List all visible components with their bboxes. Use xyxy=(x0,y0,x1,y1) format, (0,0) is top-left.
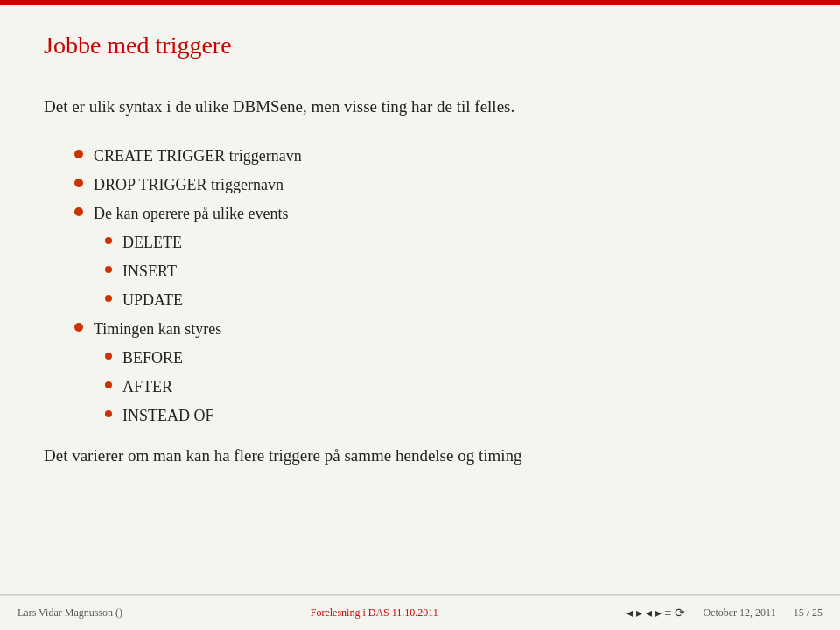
footer-page: 15 / 25 xyxy=(794,606,822,620)
list-item: DELETE xyxy=(105,231,796,255)
list-item: CREATE TRIGGER triggernavn xyxy=(74,144,796,168)
bullet-text: CREATE TRIGGER triggernavn xyxy=(94,144,302,168)
footer-date: October 12, 2011 xyxy=(703,606,775,620)
footer: Lars Vidar Magnusson () Forelesning i DA… xyxy=(0,595,840,630)
list-item: UPDATE xyxy=(105,289,796,312)
bullet-icon xyxy=(74,178,83,187)
list-item: INSERT xyxy=(105,260,796,284)
nav-next2-icon[interactable]: ▸ xyxy=(655,606,662,620)
footer-right: ◂ ▸ ◂ ▸ ≡ ⟳ October 12, 2011 15 / 25 xyxy=(626,606,822,620)
list-item: DROP TRIGGER triggernavn xyxy=(74,173,796,197)
list-item: INSTEAD OF xyxy=(105,404,796,428)
bullet-icon xyxy=(105,295,112,302)
bullet-icon xyxy=(105,266,112,273)
list-item: Timingen kan styres xyxy=(74,318,796,341)
nav-next-icon[interactable]: ▸ xyxy=(636,606,642,620)
slide-container: Jobbe med triggere Det er ulik syntax i … xyxy=(0,5,840,595)
list-item: De kan operere på ulike events xyxy=(74,202,796,226)
bullet-text: DROP TRIGGER triggernavn xyxy=(94,173,284,197)
footer-author: Lars Vidar Magnusson () xyxy=(18,606,122,620)
bullet-icon xyxy=(105,353,112,360)
bullet-text: DELETE xyxy=(122,231,182,255)
list-item: BEFORE xyxy=(105,346,796,370)
bullet-icon xyxy=(105,237,112,244)
nav-prev-icon[interactable]: ◂ xyxy=(626,606,633,620)
bullet-text: BEFORE xyxy=(122,346,183,370)
slide-title: Jobbe med triggere xyxy=(44,32,796,68)
bullet-text: AFTER xyxy=(122,375,172,399)
bullet-icon xyxy=(74,323,83,332)
bullet-text: INSERT xyxy=(122,260,177,284)
bullet-icon xyxy=(74,207,83,216)
bullet-text: UPDATE xyxy=(122,289,183,312)
bullet-icon xyxy=(105,410,112,417)
intro-text: Det er ulik syntax i de ulike DBMSene, m… xyxy=(44,94,796,120)
bullet-icon xyxy=(74,150,83,158)
bullet-list: CREATE TRIGGER triggernavn DROP TRIGGER … xyxy=(44,144,796,428)
nav-icons[interactable]: ◂ ▸ ◂ ▸ ≡ ⟳ xyxy=(626,606,686,620)
bullet-text: Timingen kan styres xyxy=(94,318,221,341)
footer-title: Forelesning i DAS 11.10.2011 xyxy=(311,606,438,620)
bullet-text: INSTEAD OF xyxy=(122,404,214,428)
nav-menu-icon[interactable]: ≡ xyxy=(665,606,672,620)
conclusion-text: Det varierer om man kan ha flere trigger… xyxy=(44,444,796,469)
bullet-icon xyxy=(105,382,112,388)
nav-zoom-icon[interactable]: ⟳ xyxy=(675,606,685,620)
list-item: AFTER xyxy=(105,375,796,399)
nav-prev2-icon[interactable]: ◂ xyxy=(646,606,652,620)
bullet-text: De kan operere på ulike events xyxy=(94,202,288,226)
